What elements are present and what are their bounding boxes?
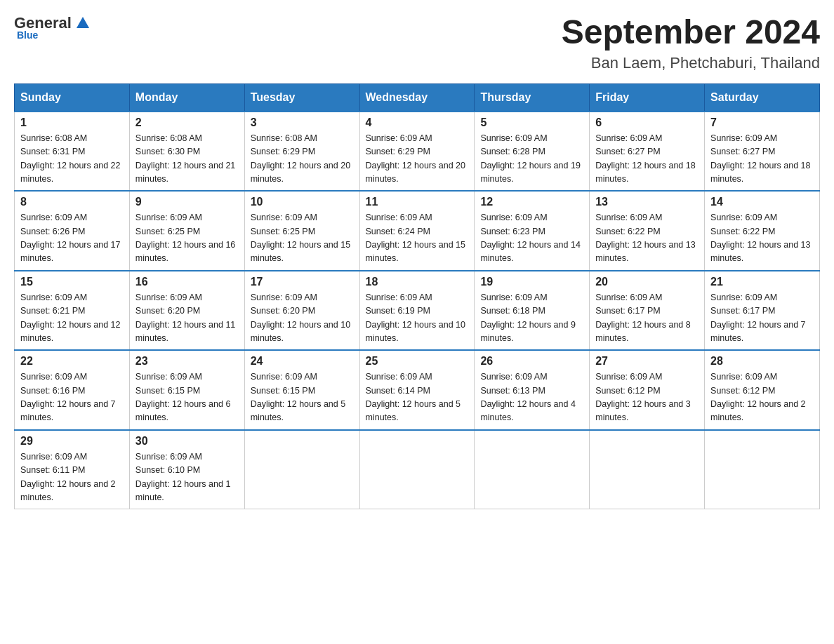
header-saturday: Saturday: [705, 83, 820, 112]
day-number: 12: [480, 196, 583, 208]
day-info: Sunrise: 6:09 AMSunset: 6:16 PMDaylight:…: [20, 372, 116, 422]
day-number: 28: [710, 355, 814, 368]
day-info: Sunrise: 6:09 AMSunset: 6:24 PMDaylight:…: [366, 213, 465, 263]
day-number: 10: [251, 196, 354, 208]
calendar-cell: 3 Sunrise: 6:08 AMSunset: 6:29 PMDayligh…: [244, 112, 359, 192]
header-wednesday: Wednesday: [359, 83, 475, 112]
day-info: Sunrise: 6:09 AMSunset: 6:21 PMDaylight:…: [20, 293, 120, 343]
logo-triangle-icon: [75, 15, 91, 31]
day-info: Sunrise: 6:09 AMSunset: 6:25 PMDaylight:…: [251, 213, 350, 263]
calendar-week-row-2: 8 Sunrise: 6:09 AMSunset: 6:26 PMDayligh…: [15, 191, 820, 271]
day-number: 13: [595, 196, 699, 208]
day-info: Sunrise: 6:09 AMSunset: 6:10 PMDaylight:…: [135, 452, 231, 502]
calendar-cell: 10 Sunrise: 6:09 AMSunset: 6:25 PMDaylig…: [244, 191, 359, 271]
day-info: Sunrise: 6:08 AMSunset: 6:31 PMDaylight:…: [20, 133, 120, 184]
day-info: Sunrise: 6:09 AMSunset: 6:23 PMDaylight:…: [480, 213, 580, 263]
day-number: 29: [20, 435, 124, 448]
calendar-cell: 22 Sunrise: 6:09 AMSunset: 6:16 PMDaylig…: [15, 350, 130, 430]
day-number: 20: [595, 276, 699, 288]
day-number: 19: [480, 276, 583, 288]
calendar-week-row-3: 15 Sunrise: 6:09 AMSunset: 6:21 PMDaylig…: [15, 271, 820, 351]
day-number: 26: [480, 355, 583, 368]
day-number: 27: [595, 355, 699, 368]
day-info: Sunrise: 6:09 AMSunset: 6:11 PMDaylight:…: [20, 452, 116, 502]
day-number: 25: [366, 355, 469, 368]
day-number: 8: [20, 196, 124, 208]
calendar-cell: 15 Sunrise: 6:09 AMSunset: 6:21 PMDaylig…: [15, 271, 130, 351]
day-number: 21: [710, 276, 814, 288]
day-info: Sunrise: 6:09 AMSunset: 6:13 PMDaylight:…: [480, 372, 576, 422]
day-number: 5: [480, 116, 583, 129]
logo-blue-text: Blue: [17, 29, 38, 41]
calendar-cell: [705, 430, 820, 509]
header-monday: Monday: [129, 83, 244, 112]
calendar-cell: [590, 430, 705, 509]
day-info: Sunrise: 6:09 AMSunset: 6:28 PMDaylight:…: [480, 133, 580, 184]
calendar-cell: [475, 430, 590, 509]
svg-marker-0: [77, 17, 89, 28]
calendar-cell: 21 Sunrise: 6:09 AMSunset: 6:17 PMDaylig…: [705, 271, 820, 351]
calendar-cell: 23 Sunrise: 6:09 AMSunset: 6:15 PMDaylig…: [129, 350, 244, 430]
calendar-cell: 29 Sunrise: 6:09 AMSunset: 6:11 PMDaylig…: [15, 430, 130, 509]
day-number: 11: [366, 196, 469, 208]
header-sunday: Sunday: [15, 83, 130, 112]
day-number: 23: [135, 355, 239, 368]
day-number: 7: [710, 116, 814, 129]
calendar-cell: 18 Sunrise: 6:09 AMSunset: 6:19 PMDaylig…: [359, 271, 475, 351]
day-info: Sunrise: 6:09 AMSunset: 6:12 PMDaylight:…: [595, 372, 691, 422]
day-info: Sunrise: 6:08 AMSunset: 6:30 PMDaylight:…: [135, 133, 235, 184]
day-number: 17: [251, 276, 354, 288]
day-info: Sunrise: 6:09 AMSunset: 6:17 PMDaylight:…: [595, 293, 691, 343]
calendar-week-row-5: 29 Sunrise: 6:09 AMSunset: 6:11 PMDaylig…: [15, 430, 820, 509]
calendar-cell: 20 Sunrise: 6:09 AMSunset: 6:17 PMDaylig…: [590, 271, 705, 351]
calendar-cell: 17 Sunrise: 6:09 AMSunset: 6:20 PMDaylig…: [244, 271, 359, 351]
calendar-week-row-1: 1 Sunrise: 6:08 AMSunset: 6:31 PMDayligh…: [15, 112, 820, 192]
day-info: Sunrise: 6:08 AMSunset: 6:29 PMDaylight:…: [251, 133, 350, 184]
day-number: 2: [135, 116, 239, 129]
header-friday: Friday: [590, 83, 705, 112]
calendar-cell: [244, 430, 359, 509]
day-info: Sunrise: 6:09 AMSunset: 6:27 PMDaylight:…: [595, 133, 695, 184]
logo: General Blue: [14, 14, 91, 41]
calendar-month-year: September 2024: [562, 14, 820, 51]
calendar-cell: 27 Sunrise: 6:09 AMSunset: 6:12 PMDaylig…: [590, 350, 705, 430]
day-info: Sunrise: 6:09 AMSunset: 6:12 PMDaylight:…: [710, 372, 806, 422]
day-info: Sunrise: 6:09 AMSunset: 6:18 PMDaylight:…: [480, 293, 576, 343]
page-header: General Blue September 2024 Ban Laem, Ph…: [14, 14, 820, 72]
calendar-cell: 14 Sunrise: 6:09 AMSunset: 6:22 PMDaylig…: [705, 191, 820, 271]
calendar-cell: 16 Sunrise: 6:09 AMSunset: 6:20 PMDaylig…: [129, 271, 244, 351]
calendar-location: Ban Laem, Phetchaburi, Thailand: [562, 54, 820, 72]
calendar-cell: 26 Sunrise: 6:09 AMSunset: 6:13 PMDaylig…: [475, 350, 590, 430]
day-info: Sunrise: 6:09 AMSunset: 6:17 PMDaylight:…: [710, 293, 806, 343]
day-info: Sunrise: 6:09 AMSunset: 6:19 PMDaylight:…: [366, 293, 465, 343]
day-number: 15: [20, 276, 124, 288]
day-info: Sunrise: 6:09 AMSunset: 6:22 PMDaylight:…: [595, 213, 695, 263]
calendar-cell: 30 Sunrise: 6:09 AMSunset: 6:10 PMDaylig…: [129, 430, 244, 509]
day-info: Sunrise: 6:09 AMSunset: 6:25 PMDaylight:…: [135, 213, 235, 263]
calendar-cell: 9 Sunrise: 6:09 AMSunset: 6:25 PMDayligh…: [129, 191, 244, 271]
calendar-cell: 6 Sunrise: 6:09 AMSunset: 6:27 PMDayligh…: [590, 112, 705, 192]
day-number: 24: [251, 355, 354, 368]
calendar-cell: 24 Sunrise: 6:09 AMSunset: 6:15 PMDaylig…: [244, 350, 359, 430]
calendar-cell: 28 Sunrise: 6:09 AMSunset: 6:12 PMDaylig…: [705, 350, 820, 430]
day-number: 4: [366, 116, 469, 129]
day-number: 18: [366, 276, 469, 288]
header-tuesday: Tuesday: [244, 83, 359, 112]
calendar-table: Sunday Monday Tuesday Wednesday Thursday…: [14, 83, 820, 510]
calendar-cell: [359, 430, 475, 509]
day-info: Sunrise: 6:09 AMSunset: 6:27 PMDaylight:…: [710, 133, 810, 184]
day-info: Sunrise: 6:09 AMSunset: 6:15 PMDaylight:…: [251, 372, 346, 422]
day-number: 22: [20, 355, 124, 368]
day-number: 14: [710, 196, 814, 208]
calendar-cell: 7 Sunrise: 6:09 AMSunset: 6:27 PMDayligh…: [705, 112, 820, 192]
calendar-cell: 25 Sunrise: 6:09 AMSunset: 6:14 PMDaylig…: [359, 350, 475, 430]
calendar-cell: 5 Sunrise: 6:09 AMSunset: 6:28 PMDayligh…: [475, 112, 590, 192]
day-number: 9: [135, 196, 239, 208]
day-number: 3: [251, 116, 354, 129]
day-info: Sunrise: 6:09 AMSunset: 6:22 PMDaylight:…: [710, 213, 810, 263]
calendar-cell: 1 Sunrise: 6:08 AMSunset: 6:31 PMDayligh…: [15, 112, 130, 192]
calendar-week-row-4: 22 Sunrise: 6:09 AMSunset: 6:16 PMDaylig…: [15, 350, 820, 430]
calendar-cell: 11 Sunrise: 6:09 AMSunset: 6:24 PMDaylig…: [359, 191, 475, 271]
calendar-title-area: September 2024 Ban Laem, Phetchaburi, Th…: [562, 14, 820, 72]
day-info: Sunrise: 6:09 AMSunset: 6:26 PMDaylight:…: [20, 213, 120, 263]
